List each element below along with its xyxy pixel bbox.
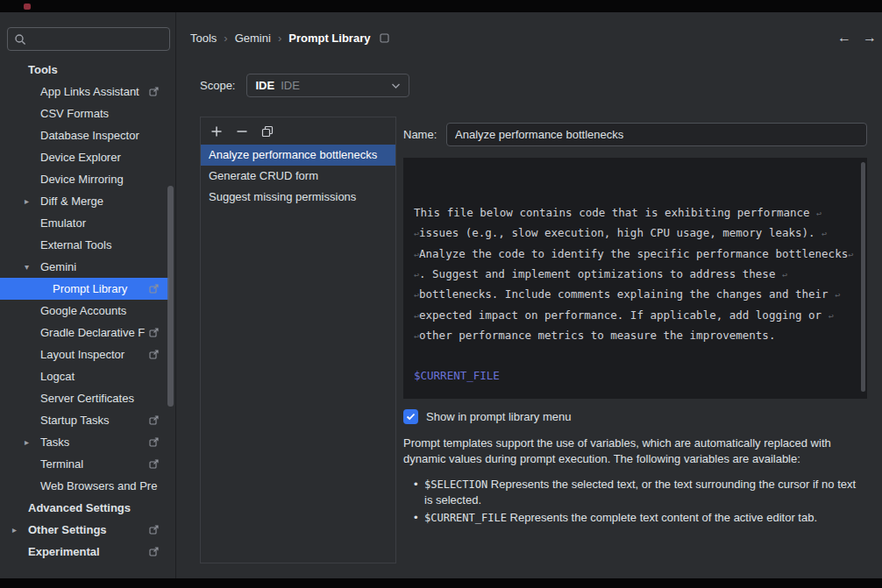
sidebar-item-label: Database Inspector: [40, 129, 139, 142]
external-open-icon: [149, 415, 159, 425]
sidebar-item-label: Startup Tasks: [40, 414, 110, 427]
variable-help-item: $SELECTION Represents the selected text,…: [414, 477, 864, 508]
sidebar-item-label: Device Mirroring: [40, 173, 124, 186]
sidebar-item-device-explorer[interactable]: Device Explorer: [0, 146, 169, 168]
sidebar-item-diff-merge[interactable]: ▸Diff & Merge: [0, 190, 169, 212]
prompt-text-editor[interactable]: This file below contains code that is ex…: [403, 158, 867, 399]
prompt-name-input[interactable]: [446, 123, 867, 146]
editor-scrollbar[interactable]: [861, 162, 865, 392]
chevron-down-icon[interactable]: ▾: [25, 262, 40, 272]
sidebar-item-label: Logcat: [40, 370, 75, 383]
prompt-item-generate-crud-form[interactable]: Generate CRUD form: [201, 166, 395, 187]
soft-wrap-icon: ↩: [848, 250, 853, 259]
editor-variable-line: $CURRENT_FILE: [414, 366, 857, 386]
settings-search[interactable]: [7, 27, 170, 51]
sidebar-item-label: App Links Assistant: [40, 85, 139, 98]
sidebar-item-server-certificates[interactable]: Server Certificates: [0, 387, 169, 409]
chevron-right-icon[interactable]: ▸: [12, 525, 28, 535]
settings-window: ToolsApp Links AssistantCSV FormatsDatab…: [0, 0, 882, 588]
breadcrumb-separator: ›: [217, 32, 234, 45]
sidebar-item-google-accounts[interactable]: Google Accounts: [0, 300, 169, 322]
sidebar-item-csv-formats[interactable]: CSV Formats: [0, 103, 169, 124]
prompt-item-analyze-performance-bottlenecks[interactable]: Analyze performance bottlenecks: [201, 145, 395, 166]
editor-line: ↩expected impact on performance. If appl…: [414, 306, 857, 326]
sidebar-item-app-links-assistant[interactable]: App Links Assistant: [0, 81, 169, 103]
sidebar-item-emulator[interactable]: Emulator: [0, 212, 169, 234]
soft-wrap-icon: ↩: [835, 290, 840, 300]
external-open-icon: [149, 350, 159, 359]
scope-row: Scope: IDE IDE: [200, 74, 409, 97]
settings-badge-icon[interactable]: [380, 33, 389, 43]
sidebar-item-experimental[interactable]: Experimental: [0, 541, 169, 563]
sidebar-item-startup-tasks[interactable]: Startup Tasks: [0, 409, 169, 431]
breadcrumb: Tools›Gemini›Prompt Library: [190, 32, 389, 45]
sidebar-item-label: External Tools: [40, 238, 111, 251]
show-in-menu-label: Show in prompt library menu: [426, 410, 571, 423]
external-open-icon: [149, 87, 159, 96]
breadcrumb-item-prompt-library[interactable]: Prompt Library: [288, 32, 370, 45]
breadcrumb-item-gemini[interactable]: Gemini: [235, 32, 271, 45]
editor-line: This file below contains code that is ex…: [414, 203, 857, 223]
sidebar-item-other-settings[interactable]: ▸Other Settings: [0, 519, 169, 541]
back-button[interactable]: ←: [837, 30, 851, 46]
sidebar-item-external-tools[interactable]: External Tools: [0, 234, 169, 256]
prompt-item-suggest-missing-permissions[interactable]: Suggest missing permissions: [201, 187, 395, 208]
editor-line: ↩issues (e.g., slow execution, high CPU …: [414, 223, 857, 244]
name-label: Name:: [403, 128, 446, 141]
sidebar-item-prompt-library[interactable]: Prompt Library: [0, 278, 169, 300]
remove-button[interactable]: [236, 125, 248, 138]
sidebar-item-layout-inspector[interactable]: Layout Inspector: [0, 344, 169, 365]
add-button[interactable]: [210, 125, 223, 138]
duplicate-button[interactable]: [261, 125, 274, 138]
scope-label: Scope:: [200, 79, 235, 92]
sidebar-item-label: Tasks: [40, 436, 69, 449]
forward-button[interactable]: →: [863, 30, 877, 46]
sidebar-item-gemini[interactable]: ▾Gemini: [0, 256, 169, 278]
variable-name: $CURRENT_FILE: [424, 512, 507, 524]
scope-dropdown[interactable]: IDE IDE: [246, 74, 409, 97]
sidebar-item-database-inspector[interactable]: Database Inspector: [0, 124, 169, 146]
variables-help-list: $SELECTION Represents the selected text,…: [403, 477, 867, 526]
sidebar-item-label: Terminal: [40, 457, 83, 471]
chevron-right-icon[interactable]: ▸: [25, 196, 40, 206]
prompt-list-panel: Analyze performance bottlenecksGenerate …: [200, 117, 396, 563]
sidebar-item-label: Layout Inspector: [40, 348, 124, 361]
variable-description: Represents the selected text, or the tex…: [424, 478, 856, 507]
sidebar-item-advanced-settings[interactable]: Advanced Settings: [0, 497, 169, 519]
window-bottom-edge: [0, 578, 882, 588]
sidebar-item-device-mirroring[interactable]: Device Mirroring: [0, 168, 169, 190]
external-open-icon: [149, 284, 159, 294]
sidebar-item-label: Gemini: [40, 260, 76, 273]
editor-line: ↩other performance metrics to measure th…: [414, 326, 857, 346]
breadcrumb-item-tools[interactable]: Tools: [190, 32, 217, 45]
chevron-right-icon[interactable]: ▸: [25, 437, 40, 447]
sidebar-item-tasks[interactable]: ▸Tasks: [0, 431, 169, 453]
sidebar-item-gradle-declarative-f[interactable]: Gradle Declarative F: [0, 322, 169, 344]
sidebar-item-label: Google Accounts: [40, 304, 126, 317]
external-open-icon: [149, 437, 159, 447]
sidebar-scrollbar[interactable]: [167, 186, 174, 407]
sidebar-item-label: Other Settings: [28, 523, 107, 536]
sidebar-item-logcat[interactable]: Logcat: [0, 365, 169, 387]
sidebar-item-tools[interactable]: Tools: [0, 59, 169, 81]
sidebar-item-label: Advanced Settings: [28, 501, 131, 514]
editor-line: ↩bottlenecks. Include comments explainin…: [414, 285, 857, 305]
chevron-down-icon: [391, 82, 401, 89]
search-input[interactable]: [31, 32, 163, 46]
breadcrumb-separator: ›: [271, 32, 288, 45]
external-open-icon: [149, 459, 159, 469]
show-in-menu-checkbox[interactable]: [403, 409, 418, 424]
sidebar-item-label: Server Certificates: [40, 392, 134, 405]
scope-value: IDE: [255, 79, 274, 92]
sidebar-item-web-browsers-and-pre[interactable]: Web Browsers and Pre: [0, 475, 169, 497]
show-in-menu-row[interactable]: Show in prompt library menu: [403, 409, 867, 424]
editor-lines: This file below contains code that is ex…: [414, 203, 857, 386]
variables-description: Prompt templates support the use of vari…: [403, 436, 863, 467]
name-row: Name:: [403, 123, 867, 146]
settings-sidebar: ToolsApp Links AssistantCSV FormatsDatab…: [0, 12, 176, 578]
sidebar-item-terminal[interactable]: Terminal: [0, 453, 169, 475]
history-nav: ← →: [837, 30, 877, 46]
sidebar-item-label: Prompt Library: [53, 282, 127, 295]
external-open-icon: [149, 547, 159, 556]
window-titlebar: [0, 0, 882, 12]
